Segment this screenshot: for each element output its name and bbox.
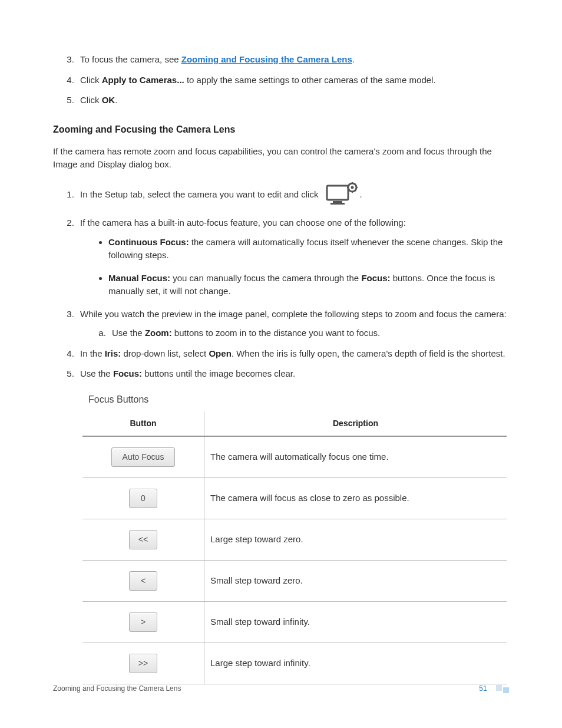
text: buttons to zoom in to the distance you w…: [172, 328, 381, 338]
text: . When the iris is fully open, the camer…: [232, 348, 505, 358]
button-cell: Auto Focus: [82, 436, 204, 478]
list-item: Click Apply to Cameras... to apply the s…: [77, 74, 509, 87]
table-row: >Small step toward infinity.: [82, 601, 507, 643]
focus-buttons-table: Button Description Auto FocusThe camera …: [82, 411, 507, 684]
monitor-settings-icon: [325, 181, 358, 210]
text: .: [115, 95, 117, 105]
description-cell: Small step toward zero.: [204, 560, 507, 601]
text: In the: [80, 348, 105, 358]
footer-mark-icon: [496, 685, 509, 691]
focus-ui-button: <: [129, 571, 157, 591]
bold-text: Zoom:: [145, 328, 172, 338]
text: Click: [80, 95, 102, 105]
page-number: 51: [479, 684, 487, 693]
bold-text: OK: [102, 95, 115, 105]
continuation-list: To focus the camera, see Zooming and Foc…: [53, 53, 509, 107]
column-header-button: Button: [82, 411, 204, 436]
table-row: <<Large step toward zero.: [82, 519, 507, 560]
description-cell: The camera will focus as close to zero a…: [204, 477, 507, 519]
table-body: Auto FocusThe camera will automatically …: [82, 436, 507, 684]
focus-ui-button: <<: [129, 530, 157, 549]
page-footer: Zooming and Focusing the Camera Lens 51: [53, 683, 509, 694]
sub-bullets: Continuous Focus: the camera will automa…: [80, 236, 509, 298]
bold-text: Focus:: [113, 368, 142, 378]
svg-point-4: [351, 186, 353, 189]
link-zoom-focus[interactable]: Zooming and Focusing the Camera Lens: [181, 54, 352, 64]
svg-line-10: [355, 190, 356, 191]
footer-title: Zooming and Focusing the Camera Lens: [53, 683, 181, 694]
text: drop-down list, select: [121, 348, 209, 358]
document-page: To focus the camera, see Zooming and Foc…: [0, 0, 562, 728]
steps-list: In the Setup tab, select the camera you …: [53, 181, 509, 381]
list-item: In the Setup tab, select the camera you …: [77, 181, 509, 210]
text: buttons until the image becomes clear.: [142, 368, 295, 378]
text: In the Setup tab, select the camera you …: [80, 189, 321, 199]
svg-line-9: [349, 184, 350, 185]
svg-line-12: [355, 184, 356, 185]
button-cell: 0: [82, 477, 204, 519]
focus-ui-button: 0: [129, 489, 157, 508]
button-cell: <: [82, 560, 204, 601]
text: .: [360, 189, 362, 199]
list-item: Use the Zoom: buttons to zoom in to the …: [108, 327, 509, 340]
button-cell: <<: [82, 519, 204, 560]
intro-paragraph: If the camera has remote zoom and focus …: [53, 145, 509, 172]
column-header-description: Description: [204, 411, 507, 436]
focus-ui-button: >: [129, 612, 157, 632]
table-row: <Small step toward zero.: [82, 560, 507, 601]
svg-rect-0: [327, 186, 348, 200]
text: Use the: [80, 368, 113, 378]
list-item: In the Iris: drop-down list, select Open…: [77, 347, 509, 361]
text: To focus the camera, see: [80, 54, 181, 64]
list-item: To focus the camera, see Zooming and Foc…: [77, 53, 509, 67]
text: While you watch the preview in the image…: [80, 309, 507, 319]
text: .: [352, 54, 355, 64]
description-cell: Large step toward zero.: [204, 519, 507, 560]
svg-rect-2: [330, 203, 345, 205]
button-cell: >>: [82, 643, 204, 684]
focus-ui-button: Auto Focus: [111, 447, 176, 467]
list-item: Click OK.: [77, 94, 509, 107]
bold-text: Iris:: [105, 348, 121, 358]
text: you can manually focus the camera throug…: [170, 273, 361, 283]
list-item: Use the Focus: buttons until the image b…: [77, 367, 509, 381]
section-heading: Zooming and Focusing the Camera Lens: [53, 123, 509, 137]
svg-line-11: [349, 190, 350, 191]
focus-ui-button: >>: [129, 654, 157, 673]
table-row: Auto FocusThe camera will automatically …: [82, 436, 507, 478]
button-cell: >: [82, 601, 204, 643]
text: If the camera has a built-in auto-focus …: [80, 218, 406, 228]
footer-right: 51: [479, 683, 509, 694]
bold-text: Manual Focus:: [108, 273, 170, 283]
sub-alpha-list: Use the Zoom: buttons to zoom in to the …: [80, 327, 509, 340]
list-item: Manual Focus: you can manually focus the…: [108, 272, 509, 298]
text: to apply the same settings to other came…: [184, 75, 436, 85]
table-row: 0The camera will focus as close to zero …: [82, 477, 507, 519]
text: Use the: [112, 328, 145, 338]
bold-text: Open: [209, 348, 231, 358]
list-item: Continuous Focus: the camera will automa…: [108, 236, 509, 262]
bold-text: Continuous Focus:: [108, 237, 189, 247]
description-cell: The camera will automatically focus one …: [204, 436, 507, 478]
bold-text: Focus:: [361, 273, 390, 283]
description-cell: Small step toward infinity.: [204, 601, 507, 643]
bold-text: Apply to Cameras...: [102, 75, 184, 85]
description-cell: Large step toward infinity.: [204, 643, 507, 684]
svg-rect-1: [333, 201, 342, 203]
text: Click: [80, 75, 102, 85]
list-item: If the camera has a built-in auto-focus …: [77, 216, 509, 298]
table-row: >>Large step toward infinity.: [82, 643, 507, 684]
table-title: Focus Buttons: [88, 393, 509, 407]
list-item: While you watch the preview in the image…: [77, 308, 509, 340]
